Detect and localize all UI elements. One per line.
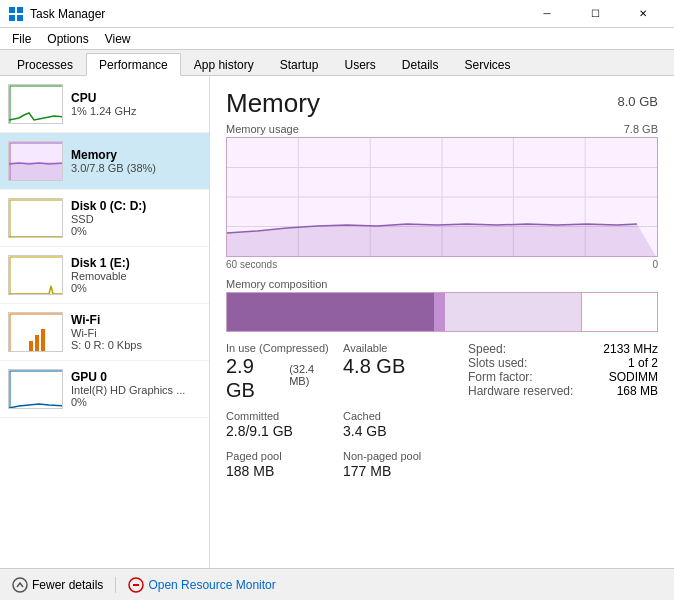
speed-value: 2133 MHz xyxy=(603,342,658,356)
total-memory: 8.0 GB xyxy=(618,94,658,109)
wifi-name: Wi-Fi xyxy=(71,313,201,327)
memory-sub: 3.0/7.8 GB (38%) xyxy=(71,162,201,174)
spec-form: Form factor: SODIMM xyxy=(468,370,658,384)
memory-composition-bar xyxy=(226,292,658,332)
reserved-label: Hardware reserved: xyxy=(468,384,573,398)
available-label: Available xyxy=(343,342,452,354)
gpu-name: GPU 0 xyxy=(71,370,201,384)
app-icon xyxy=(8,6,24,22)
cached-label: Cached xyxy=(343,410,452,422)
svg-rect-17 xyxy=(41,329,45,351)
time-right: 0 xyxy=(652,259,658,270)
open-monitor-label: Open Resource Monitor xyxy=(148,578,275,592)
tab-details[interactable]: Details xyxy=(389,53,452,75)
page-title: Memory xyxy=(226,88,320,119)
minimize-button[interactable]: ─ xyxy=(524,0,570,28)
open-monitor-button[interactable]: Open Resource Monitor xyxy=(128,577,275,593)
tab-app-history[interactable]: App history xyxy=(181,53,267,75)
tab-startup[interactable]: Startup xyxy=(267,53,332,75)
speed-label: Speed: xyxy=(468,342,506,356)
memory-info: Memory 3.0/7.8 GB (38%) xyxy=(71,148,201,174)
committed-value: 2.8/9.1 GB xyxy=(226,422,335,442)
device-item-gpu[interactable]: GPU 0 Intel(R) HD Graphics ... 0% xyxy=(0,361,209,418)
available-value: 4.8 GB xyxy=(343,354,452,378)
memory-usage-graph xyxy=(226,137,658,257)
svg-rect-8 xyxy=(10,162,63,180)
memory-name: Memory xyxy=(71,148,201,162)
tab-bar: Processes Performance App history Startu… xyxy=(0,50,674,76)
svg-rect-15 xyxy=(29,341,33,351)
stat-paged: Paged pool 188 MB xyxy=(226,450,335,482)
memory-thumbnail xyxy=(8,141,63,181)
menubar: File Options View xyxy=(0,28,674,50)
monitor-icon xyxy=(128,577,144,593)
stat-nonpaged: Non-paged pool 177 MB xyxy=(343,450,452,482)
disk0-sub2: 0% xyxy=(71,225,201,237)
footer-divider xyxy=(115,577,116,593)
disk1-thumbnail xyxy=(8,255,63,295)
cached-value: 3.4 GB xyxy=(343,422,452,442)
stat-committed: Committed 2.8/9.1 GB xyxy=(226,410,335,442)
form-value: SODIMM xyxy=(609,370,658,384)
menu-file[interactable]: File xyxy=(4,30,39,47)
device-item-cpu[interactable]: CPU 1% 1.24 GHz xyxy=(0,76,209,133)
spec-slots: Slots used: 1 of 2 xyxy=(468,356,658,370)
gpu-sub2: 0% xyxy=(71,396,201,408)
up-arrow-icon xyxy=(12,577,28,593)
titlebar-controls: ─ ☐ ✕ xyxy=(524,0,666,28)
comp-modified xyxy=(434,293,445,331)
titlebar: Task Manager ─ ☐ ✕ xyxy=(0,0,674,28)
svg-rect-2 xyxy=(9,15,15,21)
spec-speed: Speed: 2133 MHz xyxy=(468,342,658,356)
comp-inuse xyxy=(227,293,434,331)
device-item-disk1[interactable]: Disk 1 (E:) Removable 0% xyxy=(0,247,209,304)
tab-performance[interactable]: Performance xyxy=(86,53,181,76)
inuse-label: In use (Compressed) xyxy=(226,342,335,354)
committed-label: Committed xyxy=(226,410,335,422)
nonpaged-label: Non-paged pool xyxy=(343,450,452,462)
device-item-disk0[interactable]: Disk 0 (C: D:) SSD 0% xyxy=(0,190,209,247)
menu-options[interactable]: Options xyxy=(39,30,96,47)
svg-rect-0 xyxy=(9,7,15,13)
disk0-thumbnail xyxy=(8,198,63,238)
gpu-thumbnail xyxy=(8,369,63,409)
comp-label: Memory composition xyxy=(226,278,658,290)
time-left: 60 seconds xyxy=(226,259,277,270)
svg-rect-16 xyxy=(35,335,39,351)
svg-rect-3 xyxy=(17,15,23,21)
fewer-details-button[interactable]: Fewer details xyxy=(12,577,103,593)
tab-services[interactable]: Services xyxy=(452,53,524,75)
wifi-sub1: Wi-Fi xyxy=(71,327,201,339)
disk0-sub1: SSD xyxy=(71,213,201,225)
usage-max: 7.8 GB xyxy=(624,123,658,135)
fewer-details-label: Fewer details xyxy=(32,578,103,592)
gpu-info: GPU 0 Intel(R) HD Graphics ... 0% xyxy=(71,370,201,408)
disk0-name: Disk 0 (C: D:) xyxy=(71,199,201,213)
svg-marker-28 xyxy=(227,224,657,256)
menu-view[interactable]: View xyxy=(97,30,139,47)
app-title: Task Manager xyxy=(30,7,105,21)
section-header: Memory 8.0 GB xyxy=(226,88,658,119)
inuse-sub: (32.4 MB) xyxy=(289,363,335,387)
graph-label: Memory usage 7.8 GB xyxy=(226,123,658,135)
main-area: CPU 1% 1.24 GHz Memory 3.0/7.8 GB (38%) xyxy=(0,76,674,568)
disk1-info: Disk 1 (E:) Removable 0% xyxy=(71,256,201,294)
wifi-info: Wi-Fi Wi-Fi S: 0 R: 0 Kbps xyxy=(71,313,201,351)
spec-reserved: Hardware reserved: 168 MB xyxy=(468,384,658,398)
nonpaged-value: 177 MB xyxy=(343,462,452,482)
inuse-value: 2.9 GB xyxy=(226,354,285,402)
disk1-sub1: Removable xyxy=(71,270,201,282)
svg-rect-9 xyxy=(9,199,63,237)
maximize-button[interactable]: ☐ xyxy=(572,0,618,28)
form-label: Form factor: xyxy=(468,370,533,384)
device-item-wifi[interactable]: Wi-Fi Wi-Fi S: 0 R: 0 Kbps xyxy=(0,304,209,361)
disk1-name: Disk 1 (E:) xyxy=(71,256,201,270)
tab-processes[interactable]: Processes xyxy=(4,53,86,75)
svg-rect-11 xyxy=(9,256,63,294)
close-button[interactable]: ✕ xyxy=(620,0,666,28)
device-item-memory[interactable]: Memory 3.0/7.8 GB (38%) xyxy=(0,133,209,190)
svg-rect-18 xyxy=(9,370,63,408)
tab-users[interactable]: Users xyxy=(331,53,388,75)
disk1-sub2: 0% xyxy=(71,282,201,294)
paged-value: 188 MB xyxy=(226,462,335,482)
